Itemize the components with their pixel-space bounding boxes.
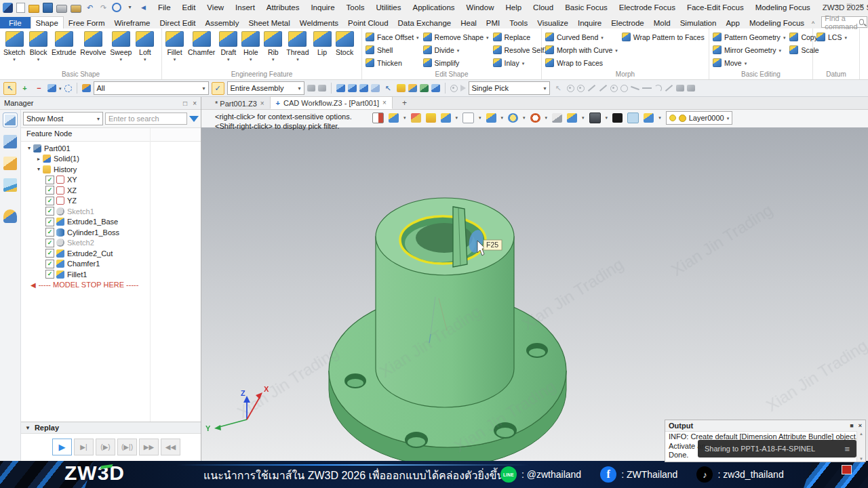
tree-row-yz[interactable]: ✓YZ — [21, 196, 201, 207]
show-filter-combo[interactable]: Show Most▾ — [23, 112, 103, 125]
tab-visualize[interactable]: Visualize — [532, 17, 573, 28]
tree-row-chamfer1[interactable]: ✓Chamfer1 — [21, 259, 201, 270]
dropdown-icon[interactable]: ▾ — [37, 57, 40, 62]
dropdown-icon[interactable]: ▾ — [783, 35, 786, 40]
visibility-checkbox[interactable]: ✓ — [45, 186, 54, 195]
display-mode-icon[interactable] — [389, 113, 399, 123]
tree-search-input[interactable]: Enter to search — [105, 113, 187, 125]
tree-row-extrude1[interactable]: ✓Extrude1_Base — [21, 217, 201, 228]
scroll-down-icon[interactable]: ▼ — [859, 457, 863, 461]
redo-icon[interactable]: ↷ — [98, 3, 108, 12]
tree-row-xy[interactable]: ✓XY — [21, 175, 201, 186]
menu-face-edit-focus[interactable]: Face-Edit Focus — [687, 3, 744, 12]
tab-heal[interactable]: Heal — [456, 17, 481, 28]
visibility-checkbox[interactable]: ✓ — [45, 207, 54, 216]
menu-electrode-focus[interactable]: Electrode Focus — [619, 3, 675, 12]
dropdown-icon[interactable]: ▾ — [658, 115, 661, 121]
visibility-checkbox[interactable]: ✓ — [45, 228, 54, 237]
snap-curve-icon[interactable] — [631, 86, 639, 90]
snap-slash-icon[interactable] — [665, 85, 672, 92]
menu-attributes[interactable]: Attributes — [267, 3, 300, 12]
visibility-checkbox[interactable]: ✓ — [45, 218, 54, 226]
tiktok-social[interactable]: ♪: zw3d_thailand — [696, 466, 783, 483]
pick-priority-icon-4[interactable] — [371, 84, 380, 92]
tree-row-xz[interactable]: ✓XZ — [21, 185, 201, 196]
zoom-icon[interactable] — [508, 113, 518, 123]
visibility-checkbox[interactable]: ✓ — [45, 249, 54, 258]
hole-button[interactable]: Hole▾ — [240, 30, 261, 62]
pick-mode-combo[interactable]: Single Pick▾ — [469, 81, 550, 95]
blue-swatch-icon[interactable] — [627, 113, 639, 123]
tab-app[interactable]: App — [721, 17, 744, 28]
panel-close-icon[interactable]: × — [193, 100, 197, 107]
shell-button[interactable]: Shell — [364, 43, 420, 56]
expander-icon[interactable]: ▾ — [35, 166, 43, 172]
tree-column-header[interactable]: Feature Node — [21, 128, 201, 142]
save-icon[interactable] — [43, 3, 53, 13]
output-header[interactable]: Output ■ × — [665, 420, 865, 432]
undo-icon[interactable]: ↶ — [85, 3, 95, 12]
dropdown-icon[interactable]: ▾ — [457, 48, 460, 53]
minimize-button[interactable]: ─ — [833, 1, 839, 9]
tab-free-form[interactable]: Free Form — [64, 17, 110, 28]
print-icon[interactable] — [56, 5, 67, 13]
sweep-button[interactable]: Sweep▾ — [108, 30, 133, 62]
pattern-pick-icon[interactable] — [47, 84, 56, 92]
facebook-social[interactable]: f: ZWThailand — [600, 466, 677, 483]
new-file-icon[interactable] — [16, 3, 25, 13]
scroll-up-icon[interactable]: ▲ — [859, 432, 863, 436]
tree-row-solid[interactable]: ▸Solid(1) — [21, 154, 201, 165]
stock-button[interactable]: Stock — [334, 30, 355, 57]
visibility-checkbox[interactable]: ✓ — [45, 260, 54, 268]
dropdown-icon[interactable]: ▾ — [416, 35, 419, 40]
plot-icon[interactable] — [71, 5, 81, 13]
expander-icon[interactable]: ▸ — [35, 156, 43, 162]
replay-rewind-button[interactable]: ◀◀ — [161, 439, 180, 455]
history-clock-icon[interactable] — [450, 85, 458, 92]
panel-float-icon[interactable]: □ — [183, 100, 187, 107]
doc-tab-cad-workflow[interactable]: +CAD Workflow.Z3 - [Part001]× — [270, 96, 393, 109]
sketch-button[interactable]: Sketch▾ — [2, 30, 26, 62]
tab-assembly[interactable]: Assembly — [201, 17, 244, 28]
tab-close-icon[interactable]: × — [382, 99, 387, 106]
expander-icon[interactable]: ▾ — [25, 145, 33, 151]
scope-combo[interactable]: Entire Assembly▾ — [227, 81, 304, 95]
loft-button[interactable]: Loft▾ — [134, 30, 155, 62]
tab-mold[interactable]: Mold — [649, 17, 675, 28]
dropdown-icon[interactable]: ▾ — [606, 115, 608, 121]
tab-point-cloud[interactable]: Point Cloud — [343, 17, 393, 28]
layer-combo[interactable]: Layer0000 ▾ — [666, 111, 733, 125]
snap-point-icon[interactable] — [567, 85, 574, 92]
face-offset-button[interactable]: Face Offset▾ — [364, 30, 420, 43]
mirror-geometry-button[interactable]: Mirror Geometry▾ — [711, 43, 787, 56]
snap-circle-icon[interactable] — [620, 85, 628, 92]
remove-shape-button[interactable]: Remove Shape▾ — [422, 30, 490, 43]
thicken-button[interactable]: Thicken — [364, 56, 420, 69]
divide-button[interactable]: Divide▾ — [422, 43, 490, 56]
dropdown-icon[interactable]: ▾ — [250, 57, 252, 62]
3d-scene[interactable]: Xian Jin Trading Xian Jin Trading Xian J… — [201, 127, 868, 462]
snap-line-icon[interactable] — [587, 85, 595, 92]
dropdown-icon[interactable]: ▾ — [601, 35, 604, 40]
tab-shape[interactable]: Shape — [31, 16, 64, 28]
thread-button[interactable]: Thread▾ — [285, 30, 310, 62]
menu-window[interactable]: Window — [467, 3, 494, 12]
dock-view-tab-icon[interactable] — [3, 178, 17, 192]
dropdown-icon[interactable]: ▾ — [615, 48, 618, 53]
dropdown-icon[interactable]: ▾ — [120, 57, 123, 62]
replay-play-button[interactable]: ▶ — [52, 439, 72, 455]
ghost-pick-icon[interactable]: ↖ — [553, 83, 564, 94]
output-dock-icon[interactable]: ■ — [850, 422, 853, 429]
pick-filter-icon[interactable] — [82, 84, 91, 92]
remove-selection-icon[interactable]: − — [33, 83, 45, 94]
tab-file[interactable]: File — [0, 17, 31, 28]
extrude-button[interactable]: Extrude — [50, 30, 77, 57]
dock-assembly-tab-icon[interactable] — [3, 135, 17, 148]
wireframe-cube-icon[interactable] — [462, 113, 474, 123]
align-icon[interactable] — [307, 85, 315, 92]
shaded-cube-icon[interactable] — [486, 113, 496, 123]
dropdown-icon[interactable]: ▾ — [403, 115, 406, 121]
dropdown-icon[interactable]: ▾ — [13, 57, 16, 62]
snap-wave-icon[interactable] — [642, 87, 652, 89]
menu-cloud[interactable]: Cloud — [533, 3, 553, 12]
